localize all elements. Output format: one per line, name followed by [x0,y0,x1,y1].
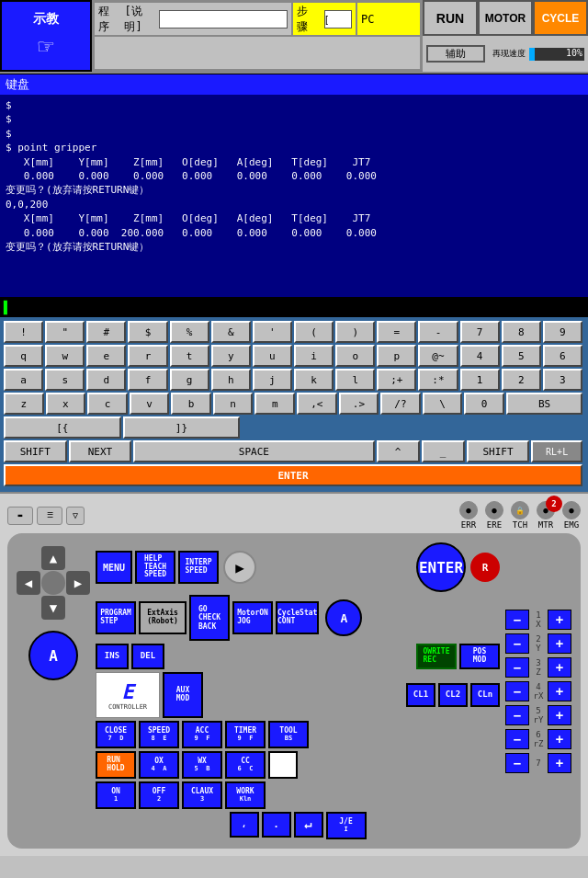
enter-big-button[interactable]: ENTER [416,542,466,592]
vkey-k[interactable]: k [294,369,334,391]
r-button[interactable]: R [470,553,500,582]
vkey-i[interactable]: i [294,345,334,367]
vkey-n[interactable]: n [213,393,254,415]
owrite-rec-button[interactable]: OWRITEREC [416,644,457,669]
vkey-0[interactable]: 0 [464,393,504,415]
vkey-6[interactable]: 6 [543,345,582,367]
axis-6-plus[interactable]: + [548,729,571,749]
vkey-dollar[interactable]: $ [128,321,167,343]
vkey-quote[interactable]: " [45,321,85,343]
vkey-7[interactable]: 7 [460,321,500,343]
vkey-space[interactable]: SPACE [133,440,374,462]
vkey-period[interactable]: .> [339,393,379,415]
cycle-stat-button[interactable]: CycleStatCONT [276,601,319,634]
tool-button[interactable]: TOOLBS [268,721,309,748]
acc-button[interactable]: ACC9 F [182,721,222,748]
vkey-g[interactable]: g [170,369,209,391]
monitor-icon[interactable]: ▬ [7,507,33,525]
wx-button[interactable]: WX5 B [182,751,222,779]
vkey-3[interactable]: 3 [543,369,582,391]
dpad-center-button[interactable] [41,571,65,595]
vkey-v[interactable]: v [130,393,170,415]
cl2-button[interactable]: CL2 [438,683,468,707]
vkey-2[interactable]: 2 [502,369,541,391]
dpad-left-button[interactable]: ◀ [17,571,40,595]
run-button[interactable]: RUN [423,0,478,36]
dpad-down-button[interactable]: ▼ [41,596,65,620]
vkey-lparen[interactable]: ( [294,321,334,343]
axis-5-plus[interactable]: + [548,705,571,725]
vkey-rparen[interactable]: ) [335,321,375,343]
enter-small-button[interactable]: ↵ [294,812,323,838]
dpad-up-button[interactable]: ▲ [41,546,65,570]
vkey-s[interactable]: s [45,369,85,391]
vkey-p[interactable]: p [377,345,416,367]
vkey-bs[interactable]: BS [506,393,582,415]
vkey-e[interactable]: e [86,345,126,367]
vkey-ctrl-l[interactable]: RL+L [531,440,582,462]
ins-button[interactable]: INS [96,644,129,669]
axis-3-minus[interactable]: − [505,657,529,678]
vkey-exclaim[interactable]: ! [4,321,43,343]
step-input[interactable] [324,10,352,29]
axis-1-minus[interactable]: − [505,610,529,630]
vkey-eq[interactable]: = [377,321,416,343]
ext-axis-button[interactable]: ExtAxis(Robot) [139,601,187,634]
dot-button[interactable]: . [262,812,291,838]
vkey-minus[interactable]: - [418,321,458,343]
axis-4-plus[interactable]: + [548,681,571,701]
vkey-hash[interactable]: # [86,321,126,343]
vkey-x[interactable]: x [46,393,86,415]
vkey-b[interactable]: b [171,393,211,415]
vkey-4[interactable]: 4 [460,345,500,367]
ox-button[interactable]: OX4 A [139,751,179,779]
vkey-l[interactable]: l [335,369,375,391]
axis-3-plus[interactable]: + [548,657,571,678]
a-button[interactable]: A [28,631,78,680]
timer-button[interactable]: TIMER9 F [225,721,266,748]
vkey-9[interactable]: 9 [543,321,582,343]
go-check-back-button[interactable]: GOCHECKBACK [189,595,230,641]
axis-2-minus[interactable]: − [505,633,529,654]
on-button[interactable]: ON1 [96,781,136,809]
vkey-z[interactable]: z [4,393,44,415]
vkey-shift-left[interactable]: SHIFT [4,440,67,462]
help-teach-button[interactable]: HELPTEACHSPEED [135,551,175,584]
vkey-w[interactable]: w [45,345,85,367]
close-button[interactable]: CLOSE7 D [96,721,136,748]
work-button[interactable]: WORKKln [225,781,266,809]
cc-button[interactable]: CC6 C [225,751,266,779]
axis-6-minus[interactable]: − [505,729,529,749]
vkey-caret[interactable]: ^ [377,440,420,462]
interp-button[interactable]: INTERPSPEED [178,551,219,584]
vkey-y[interactable]: y [211,345,251,367]
help-button[interactable]: 辅助 [426,45,485,63]
vkey-m[interactable]: m [254,393,295,415]
cln-button[interactable]: CLn [470,683,500,707]
program-input[interactable] [159,10,288,29]
list-icon[interactable]: ☰ [37,507,62,525]
motor-jog-button[interactable]: MotorONJOG [232,601,273,634]
menu-button[interactable]: MENU [96,551,132,584]
vkey-rbracket[interactable]: ]} [123,416,241,439]
vkey-t[interactable]: t [170,345,209,367]
comma-button[interactable]: ، [230,812,259,838]
cl1-button[interactable]: CL1 [406,683,435,707]
del-button[interactable]: DEL [131,644,164,669]
aux-mod-button[interactable]: AUXMOD [163,672,203,718]
vkey-f[interactable]: f [128,369,167,391]
cycle-button[interactable]: CYCLE [533,0,588,36]
vkey-amp[interactable]: & [211,321,251,343]
program-step-button[interactable]: PROGRAMSTEP [96,601,136,634]
vkey-backslash[interactable]: \ [423,393,463,415]
vkey-slash[interactable]: /? [380,393,421,415]
white-btn[interactable] [268,751,298,779]
axis-5-minus[interactable]: − [505,705,529,725]
vkey-5[interactable]: 5 [502,345,541,367]
vkey-q[interactable]: q [4,345,43,367]
vkey-r[interactable]: r [128,345,167,367]
vkey-comma[interactable]: ,< [297,393,337,415]
vkey-c[interactable]: c [87,393,128,415]
axis-7-plus[interactable]: + [548,753,571,773]
vkey-u[interactable]: u [253,345,292,367]
